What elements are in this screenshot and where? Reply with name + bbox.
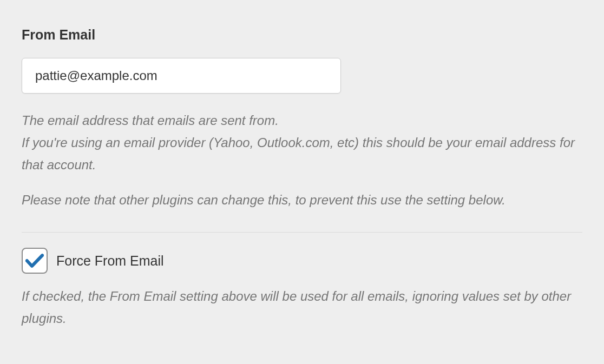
from-email-help-line-1: The email address that emails are sent f… [22,110,582,132]
section-divider [22,232,582,233]
force-from-email-help: If checked, the From Email setting above… [22,286,582,330]
from-email-label: From Email [22,27,582,43]
checkmark-icon [25,252,44,269]
from-email-help-line-3: Please note that other plugins can chang… [22,189,582,211]
force-from-email-checkbox[interactable] [22,248,48,274]
from-email-help-2: Please note that other plugins can chang… [22,189,582,211]
from-email-input[interactable] [22,58,341,94]
force-from-email-row: Force From Email [22,248,582,274]
force-from-email-label[interactable]: Force From Email [56,253,164,269]
from-email-help-1: The email address that emails are sent f… [22,110,582,176]
from-email-help-line-2: If you're using an email provider (Yahoo… [22,132,582,176]
